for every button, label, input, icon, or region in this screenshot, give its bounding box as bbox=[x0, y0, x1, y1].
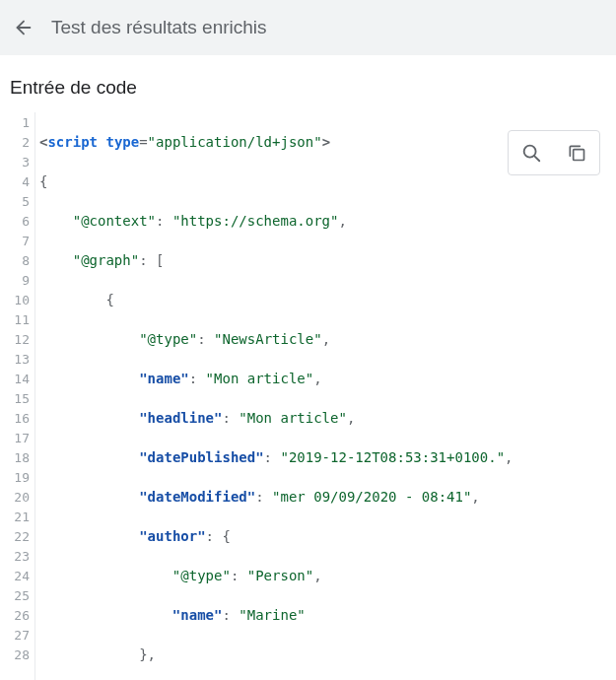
code-line: "@context": "https://schema.org", bbox=[39, 211, 604, 231]
line-number: 21 bbox=[0, 508, 30, 527]
line-number: 7 bbox=[0, 232, 30, 251]
line-number: 10 bbox=[0, 291, 30, 310]
line-number: 22 bbox=[0, 527, 30, 547]
line-number: 24 bbox=[0, 567, 30, 586]
code-block[interactable]: 1 2 3 4 5 6 7 8 9 10 11 12 13 14 15 16 1… bbox=[0, 112, 616, 680]
code-editor: 1 2 3 4 5 6 7 8 9 10 11 12 13 14 15 16 1… bbox=[0, 112, 616, 680]
code-action-toolbar bbox=[508, 130, 600, 175]
code-line: "dateModified": "mer 09/09/2020 - 08:41"… bbox=[39, 487, 604, 507]
line-number: 18 bbox=[0, 448, 30, 468]
code-line: }, bbox=[39, 645, 604, 664]
line-number: 20 bbox=[0, 488, 30, 508]
section-title: Entrée de code bbox=[0, 55, 616, 112]
search-icon bbox=[520, 142, 542, 164]
line-number: 13 bbox=[0, 350, 30, 370]
arrow-back-icon bbox=[13, 17, 34, 38]
line-number-gutter: 1 2 3 4 5 6 7 8 9 10 11 12 13 14 15 16 1… bbox=[0, 112, 35, 680]
line-number: 2 bbox=[0, 133, 30, 153]
code-line: "headline": "Mon article", bbox=[39, 408, 604, 428]
code-body[interactable]: <script type="application/ld+json"> { "@… bbox=[35, 112, 604, 680]
code-line: "name": "Marine" bbox=[39, 605, 604, 625]
code-line: "name": "Mon article", bbox=[39, 369, 604, 388]
line-number: 11 bbox=[0, 310, 30, 330]
svg-line-2 bbox=[534, 156, 539, 161]
svg-rect-3 bbox=[574, 150, 584, 161]
app-header: Test des résultats enrichis bbox=[0, 0, 616, 55]
line-number: 3 bbox=[0, 153, 30, 172]
code-line: "datePublished": "2019-12-12T08:53:31+01… bbox=[39, 447, 604, 467]
line-number: 23 bbox=[0, 547, 30, 567]
line-number: 16 bbox=[0, 409, 30, 429]
line-number: 14 bbox=[0, 370, 30, 389]
back-button[interactable] bbox=[12, 16, 35, 39]
line-number: 15 bbox=[0, 389, 30, 409]
line-number: 4 bbox=[0, 172, 30, 192]
line-number: 26 bbox=[0, 606, 30, 626]
code-line: { bbox=[39, 290, 604, 309]
page-title: Test des résultats enrichis bbox=[51, 17, 267, 38]
copy-code-button[interactable] bbox=[554, 131, 599, 174]
copy-icon bbox=[567, 142, 586, 164]
line-number: 27 bbox=[0, 626, 30, 646]
search-code-button[interactable] bbox=[509, 131, 554, 174]
line-number: 6 bbox=[0, 212, 30, 232]
line-number: 1 bbox=[0, 113, 30, 133]
line-number: 8 bbox=[0, 251, 30, 271]
line-number: 9 bbox=[0, 271, 30, 291]
code-line: "@type": "Person", bbox=[39, 566, 604, 585]
code-line: "@graph": [ bbox=[39, 250, 604, 270]
line-number: 19 bbox=[0, 468, 30, 488]
line-number: 5 bbox=[0, 192, 30, 212]
code-line: "author": { bbox=[39, 526, 604, 546]
line-number: 12 bbox=[0, 330, 30, 350]
line-number: 28 bbox=[0, 646, 30, 665]
line-number: 25 bbox=[0, 586, 30, 606]
line-number: 17 bbox=[0, 429, 30, 448]
code-line: "@type": "NewsArticle", bbox=[39, 329, 604, 349]
